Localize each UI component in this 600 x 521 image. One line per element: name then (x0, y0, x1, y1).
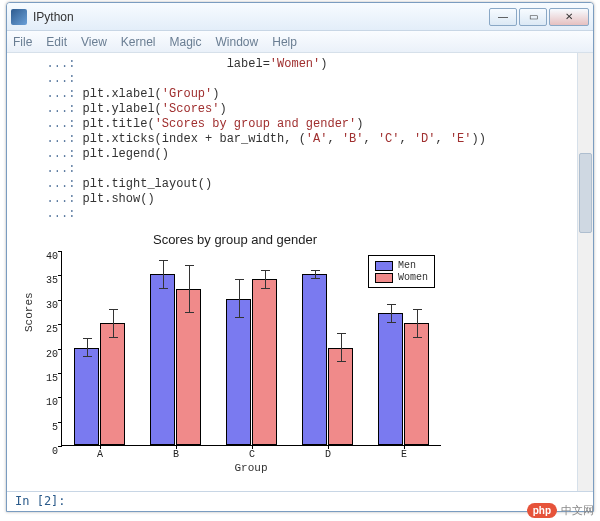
code-line: ...: plt.title('Scores by group and gend… (25, 117, 583, 132)
y-tick (58, 446, 62, 447)
y-tick-label: 15 (46, 372, 62, 383)
errorbar (189, 265, 190, 314)
errorbar (265, 270, 266, 290)
bar-men-E (378, 313, 403, 445)
y-tick-label: 10 (46, 397, 62, 408)
menu-file[interactable]: File (13, 35, 32, 49)
legend-swatch-men (375, 261, 393, 271)
menu-kernel[interactable]: Kernel (121, 35, 156, 49)
y-tick-label: 30 (46, 299, 62, 310)
code-line: ...: plt.show() (25, 192, 583, 207)
close-button[interactable]: ✕ (549, 8, 589, 26)
menubar: File Edit View Kernel Magic Window Help (7, 31, 593, 53)
code-line: ...: plt.legend() (25, 147, 583, 162)
errorbar (341, 333, 342, 362)
bar-women-D (328, 348, 353, 446)
app-icon (11, 9, 27, 25)
errorbar (417, 309, 418, 338)
x-tick (176, 445, 177, 449)
y-tick (58, 251, 62, 252)
code-line: ...: plt.xlabel('Group') (25, 87, 583, 102)
statusbar: In [2]: (7, 491, 593, 511)
scrollbar[interactable] (577, 53, 593, 491)
x-tick (328, 445, 329, 449)
y-tick-label: 40 (46, 251, 62, 262)
bar-men-C (226, 299, 251, 445)
bar-women-E (404, 323, 429, 445)
bar-men-D (302, 274, 327, 445)
minimize-button[interactable]: — (489, 8, 517, 26)
x-tick (252, 445, 253, 449)
menu-help[interactable]: Help (272, 35, 297, 49)
window-title: IPython (33, 10, 74, 24)
errorbar (239, 279, 240, 318)
window: IPython — ▭ ✕ File Edit View Kernel Magi… (6, 2, 594, 512)
code-line: ...: label='Women') (25, 57, 583, 72)
code-line: ...: (25, 72, 583, 87)
x-tick (100, 445, 101, 449)
y-tick (58, 300, 62, 301)
y-tick-label: 5 (52, 421, 62, 432)
plot-area: Men Women 0510152025303540ABCDE (61, 251, 441, 446)
code-line: ...: plt.xticks(index + bar_width, ('A',… (25, 132, 583, 147)
bar-men-A (74, 348, 99, 446)
y-tick-label: 25 (46, 324, 62, 335)
watermark-brand: php (527, 503, 557, 518)
code-line: ...: plt.ylabel('Scores') (25, 102, 583, 117)
scrollbar-thumb[interactable] (579, 153, 592, 233)
legend-item-men: Men (375, 260, 428, 271)
watermark: php 中文网 (527, 503, 594, 518)
chart: Scores by group and gender Scores Men Wo… (25, 232, 445, 472)
y-tick-label: 35 (46, 275, 62, 286)
code-line: ...: plt.tight_layout() (25, 177, 583, 192)
menu-edit[interactable]: Edit (46, 35, 67, 49)
y-tick (58, 422, 62, 423)
menu-view[interactable]: View (81, 35, 107, 49)
legend: Men Women (368, 255, 435, 288)
errorbar (391, 304, 392, 324)
watermark-cn: 中文网 (561, 503, 594, 518)
y-tick (58, 373, 62, 374)
legend-swatch-women (375, 273, 393, 283)
y-tick-label: 0 (52, 446, 62, 457)
legend-label-women: Women (398, 272, 428, 283)
bar-women-A (100, 323, 125, 445)
code-block: ...: label='Women') ...: ...: plt.xlabel… (25, 57, 583, 222)
content-area[interactable]: ...: label='Women') ...: ...: plt.xlabel… (7, 53, 593, 491)
x-axis-label: Group (61, 462, 441, 474)
code-line: ...: (25, 162, 583, 177)
input-prompt: In [2]: (15, 494, 66, 508)
legend-label-men: Men (398, 260, 416, 271)
y-axis-label: Scores (23, 292, 35, 332)
y-tick (58, 324, 62, 325)
legend-item-women: Women (375, 272, 428, 283)
maximize-button[interactable]: ▭ (519, 8, 547, 26)
code-line: ...: (25, 207, 583, 222)
y-tick (58, 397, 62, 398)
chart-title: Scores by group and gender (25, 232, 445, 247)
errorbar (113, 309, 114, 338)
bar-women-C (252, 279, 277, 445)
errorbar (315, 270, 316, 280)
menu-window[interactable]: Window (216, 35, 259, 49)
y-tick-label: 20 (46, 348, 62, 359)
errorbar (87, 338, 88, 358)
y-tick (58, 349, 62, 350)
menu-magic[interactable]: Magic (170, 35, 202, 49)
y-tick (58, 275, 62, 276)
bar-men-B (150, 274, 175, 445)
titlebar[interactable]: IPython — ▭ ✕ (7, 3, 593, 31)
errorbar (163, 260, 164, 289)
x-tick (404, 445, 405, 449)
